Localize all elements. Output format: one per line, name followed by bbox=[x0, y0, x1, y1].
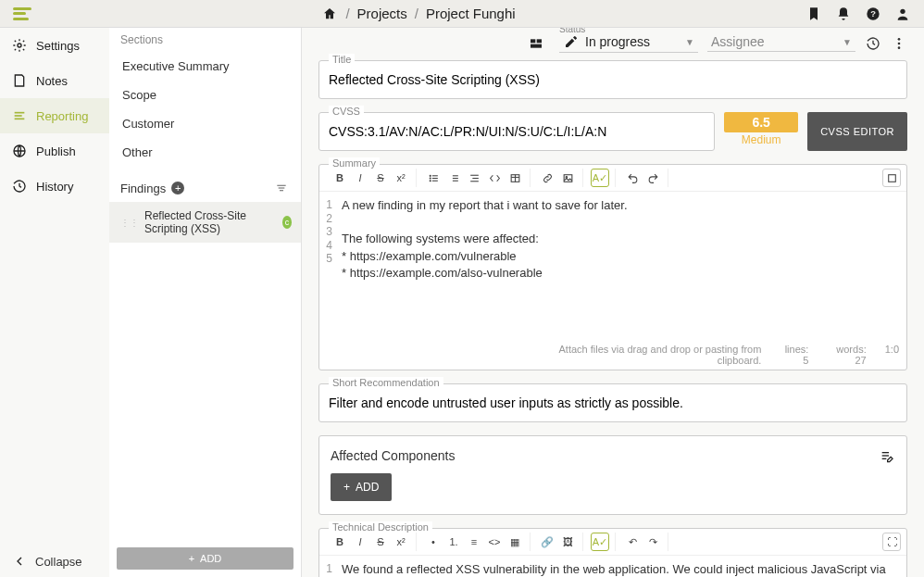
code-icon[interactable] bbox=[485, 169, 504, 187]
svg-point-16 bbox=[898, 46, 901, 49]
add-finding-icon[interactable]: + bbox=[171, 182, 184, 194]
section-customer[interactable]: Customer bbox=[109, 109, 301, 138]
undo-icon[interactable]: ↶ bbox=[623, 533, 642, 551]
bookmark-icon[interactable] bbox=[805, 6, 822, 22]
more-vert-icon[interactable] bbox=[891, 35, 907, 52]
link-icon[interactable]: 🔗 bbox=[538, 533, 556, 551]
list-ol-icon[interactable] bbox=[444, 169, 463, 187]
note-icon bbox=[11, 72, 28, 89]
title-label: Title bbox=[329, 54, 355, 65]
app-logo[interactable] bbox=[13, 7, 31, 20]
affected-label: Affected Components bbox=[331, 448, 455, 463]
drag-handle-icon[interactable]: ⋮⋮ bbox=[120, 218, 139, 228]
table-icon[interactable]: ▦ bbox=[506, 533, 524, 551]
reporting-icon bbox=[11, 107, 28, 124]
indent-icon[interactable] bbox=[465, 169, 483, 187]
breadcrumb: / Projects / Project Funghi bbox=[31, 6, 805, 22]
add-component-button[interactable]: + ADD bbox=[331, 473, 392, 501]
undo-icon[interactable] bbox=[623, 169, 642, 187]
redo-icon[interactable]: ↷ bbox=[643, 533, 662, 551]
status-pos: 1:0 bbox=[885, 344, 899, 366]
strike-icon[interactable]: S bbox=[371, 169, 390, 187]
nav-publish[interactable]: Publish bbox=[0, 133, 109, 169]
superscript-icon[interactable]: x² bbox=[392, 533, 410, 551]
svg-text:?: ? bbox=[870, 9, 876, 19]
link-icon[interactable] bbox=[538, 169, 556, 187]
svg-point-19 bbox=[430, 177, 431, 178]
expand-icon[interactable]: ⛶ bbox=[882, 533, 901, 551]
status-select[interactable]: Status In progress ▼ bbox=[559, 33, 698, 53]
redo-icon[interactable] bbox=[643, 169, 662, 187]
user-icon[interactable] bbox=[894, 6, 911, 22]
findings-header: Findings bbox=[120, 182, 166, 195]
nav-collapse[interactable]: Collapse bbox=[0, 546, 109, 577]
short-rec-input[interactable] bbox=[319, 384, 906, 421]
severity-badge: c bbox=[282, 216, 292, 229]
cvss-input[interactable] bbox=[319, 113, 714, 150]
cvss-score: 6.5 Medium bbox=[724, 112, 798, 151]
list-ul-icon[interactable]: • bbox=[424, 533, 443, 551]
gear-icon bbox=[11, 37, 28, 54]
spellcheck-icon[interactable]: A✓ bbox=[591, 169, 609, 187]
svg-point-2 bbox=[900, 8, 905, 13]
tech-editor[interactable]: 1 23 We found a reflected XSS vulnerabil… bbox=[319, 556, 906, 577]
image-icon[interactable] bbox=[558, 169, 577, 187]
revisions-icon[interactable] bbox=[865, 35, 881, 52]
bell-icon[interactable] bbox=[835, 6, 852, 22]
section-scope[interactable]: Scope bbox=[109, 81, 301, 109]
history-icon bbox=[11, 178, 28, 194]
help-icon[interactable]: ? bbox=[865, 6, 881, 22]
indent-icon[interactable]: ≡ bbox=[465, 533, 483, 551]
italic-icon[interactable]: I bbox=[351, 169, 369, 187]
finding-item[interactable]: ⋮⋮ Reflected Cross-Site Scripting (XSS) … bbox=[109, 202, 301, 243]
chevron-down-icon: ▼ bbox=[843, 37, 852, 47]
home-icon[interactable] bbox=[321, 6, 338, 22]
breadcrumb-current[interactable]: Project Funghi bbox=[426, 6, 516, 21]
editor-toolbar: B I S x² • 1. ≡ <> ▦ 🔗 🖼 A✓ bbox=[319, 529, 906, 556]
summary-editor[interactable]: 12345 A new finding in my report that i … bbox=[319, 192, 906, 340]
breadcrumb-projects[interactable]: Projects bbox=[357, 6, 407, 21]
nav-notes[interactable]: Notes bbox=[0, 63, 109, 98]
drag-hint: Attach files via drag and drop or pastin… bbox=[540, 344, 761, 366]
short-rec-label: Short Recommendation bbox=[329, 377, 443, 388]
pencil-icon bbox=[563, 33, 580, 50]
svg-point-15 bbox=[898, 42, 901, 44]
svg-point-17 bbox=[430, 175, 431, 176]
plus-icon: + bbox=[189, 553, 194, 564]
strike-icon[interactable]: S bbox=[371, 533, 390, 551]
sort-icon[interactable] bbox=[273, 180, 290, 196]
globe-icon bbox=[11, 143, 28, 159]
finding-title: Reflected Cross-Site Scripting (XSS) bbox=[144, 209, 277, 235]
code-icon[interactable]: <> bbox=[485, 533, 504, 551]
edit-list-icon[interactable] bbox=[879, 447, 895, 464]
title-input[interactable] bbox=[319, 61, 906, 98]
summary-label: Summary bbox=[329, 157, 380, 169]
svg-point-14 bbox=[898, 38, 901, 41]
section-other[interactable]: Other bbox=[109, 138, 301, 167]
status-words: words: 27 bbox=[827, 344, 866, 366]
italic-icon[interactable]: I bbox=[351, 533, 369, 551]
superscript-icon[interactable]: x² bbox=[392, 169, 410, 187]
spellcheck-icon[interactable]: A✓ bbox=[591, 533, 609, 551]
nav-history[interactable]: History bbox=[0, 169, 109, 204]
svg-rect-34 bbox=[888, 174, 895, 182]
nav-reporting[interactable]: Reporting bbox=[0, 98, 109, 133]
plus-icon: + bbox=[343, 481, 350, 494]
bold-icon[interactable]: B bbox=[331, 169, 349, 187]
nav-settings[interactable]: Settings bbox=[0, 28, 109, 63]
layout-icon[interactable] bbox=[528, 35, 544, 52]
main-nav: Settings Notes Reporting Publish History… bbox=[0, 28, 109, 577]
bold-icon[interactable]: B bbox=[331, 533, 349, 551]
section-exec-summary[interactable]: Executive Summary bbox=[109, 52, 301, 81]
cvss-editor-button[interactable]: CVSS EDITOR bbox=[807, 112, 907, 151]
svg-point-21 bbox=[430, 180, 431, 181]
expand-icon[interactable] bbox=[882, 169, 901, 187]
svg-rect-12 bbox=[537, 39, 542, 43]
assignee-select[interactable]: Assignee ▼ bbox=[707, 34, 855, 52]
list-ol-icon[interactable]: 1. bbox=[444, 533, 463, 551]
add-section-button[interactable]: + ADD bbox=[117, 547, 293, 570]
table-icon[interactable] bbox=[506, 169, 524, 187]
list-ul-icon[interactable] bbox=[424, 169, 443, 187]
svg-rect-13 bbox=[531, 44, 542, 47]
image-icon[interactable]: 🖼 bbox=[558, 533, 577, 551]
